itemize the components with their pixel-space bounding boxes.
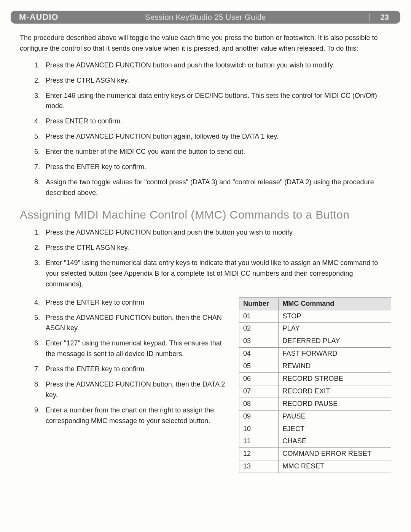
cell-command: RECORD PAUSE [279,398,391,410]
cell-number: 13 [239,460,279,473]
page-content: The procedure described above will toggl… [11,24,400,473]
page-header-bar: M-AUDIO Session KeyStudio 25 User Guide … [11,11,400,24]
list-item: Press the CTRL ASGN key. [42,243,391,253]
cell-number: 09 [239,410,279,423]
table-row: 10EJECT [239,423,391,435]
cell-command: FAST FORWARD [279,348,391,360]
list-item: Enter 146 using the numerical data entry… [42,91,391,112]
list-item: Press the ADVANCED FUNCTION button and p… [42,60,391,71]
cell-command: MMC RESET [279,460,391,473]
cell-command: RECORD EXIT [279,385,391,398]
cell-number: 02 [239,323,279,335]
cell-number: 06 [239,372,279,385]
list-item: Enter "149" using the numerical data ent… [42,258,391,290]
table-row: 08RECORD PAUSE [239,398,391,410]
table-row: 03DEFERRED PLAY [239,335,391,348]
cell-number: 07 [239,385,279,398]
mmc-command-table: Number MMC Command 01STOP02PLAY03DEFERRE… [239,297,391,473]
cell-command: PLAY [279,323,391,335]
col-header-command: MMC Command [279,297,391,310]
procedure-list-a: Press the ADVANCED FUNCTION button and p… [20,60,391,198]
cell-command: REWIND [279,360,391,373]
list-item: Press the ADVANCED FUNCTION button, then… [42,313,230,334]
table-row: 12COMMAND ERROR RESET [239,448,391,460]
document-title: Session KeyStudio 25 User Guide [11,13,400,22]
table-row: 05REWIND [239,360,391,373]
page-number-divider [370,13,370,21]
table-row: 06RECORD STROBE [239,372,391,385]
procedure-list-b-top: Press the ADVANCED FUNCTION button and p… [20,227,391,289]
cell-number: 08 [239,398,279,410]
list-item: Press the ENTER key to confirm. [42,162,391,173]
table-row: 07RECORD EXIT [239,385,391,398]
cell-command: CHASE [279,435,391,448]
list-item: Press the ADVANCED FUNCTION button and p… [42,227,391,238]
table-row: 11CHASE [239,435,391,448]
cell-command: EJECT [279,423,391,435]
cell-command: COMMAND ERROR RESET [279,448,391,460]
cell-number: 12 [239,448,279,460]
cell-number: 03 [239,335,279,348]
page-number: 23 [381,13,389,22]
cell-number: 01 [239,310,279,323]
table-row: 01STOP [239,310,391,323]
list-item: Press the ENTER key to confirm [42,297,230,308]
cell-command: DEFERRED PLAY [279,335,391,348]
list-item: Assign the two toggle values for "contro… [42,177,391,198]
table-row: 13MMC RESET [239,460,391,473]
cell-number: 04 [239,348,279,360]
cell-number: 05 [239,360,279,373]
table-header-row: Number MMC Command [239,297,391,310]
procedure-list-b-left: Press the ENTER key to confirm Press the… [20,297,230,427]
cell-command: RECORD STROBE [279,372,391,385]
list-item: Enter "127" using the numerical keypad. … [42,338,230,359]
cell-number: 11 [239,435,279,448]
cell-command: PAUSE [279,410,391,423]
table-row: 02PLAY [239,323,391,335]
table-row: 09PAUSE [239,410,391,423]
cell-command: STOP [279,310,391,323]
list-item: Press the ADVANCED FUNCTION button again… [42,131,391,142]
table-row: 04FAST FORWARD [239,348,391,360]
intro-paragraph: The procedure described above will toggl… [20,33,391,54]
brand-logo: M-AUDIO [19,12,59,22]
col-header-number: Number [239,297,279,310]
list-item: Enter the number of the MIDI CC you want… [42,147,391,157]
list-item: Press the ENTER key to confirm. [42,364,230,375]
section-heading-mmc: Assigning MIDI Machine Control (MMC) Com… [20,206,391,224]
list-item: Press the CTRL ASGN key. [42,75,391,86]
list-item: Enter a number from the chart on the rig… [42,405,230,427]
list-item: Press ENTER to confirm. [42,116,391,127]
list-item: Press the ADVANCED FUNCTION button, then… [42,379,230,401]
cell-number: 10 [239,423,279,435]
